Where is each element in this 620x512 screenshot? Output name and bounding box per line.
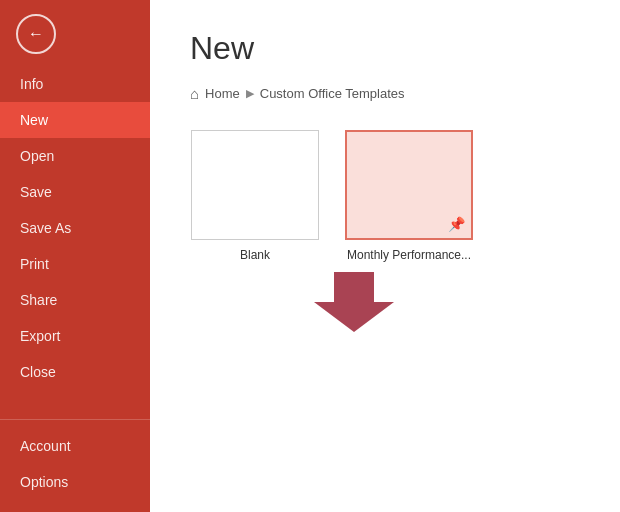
sidebar-item-new[interactable]: New (0, 102, 150, 138)
template-item-monthly[interactable]: 📌 Monthly Performance... (344, 130, 474, 262)
sidebar-item-account[interactable]: Account (0, 428, 150, 464)
template-label-monthly: Monthly Performance... (347, 248, 471, 262)
template-item-blank[interactable]: Blank (190, 130, 320, 262)
main-content: New ⌂ Home ▶ Custom Office Templates Bla… (150, 0, 620, 512)
home-icon: ⌂ (190, 85, 199, 102)
page-title: New (190, 30, 580, 67)
sidebar-item-export[interactable]: Export (0, 318, 150, 354)
pin-icon: 📌 (448, 216, 465, 232)
breadcrumb-current: Custom Office Templates (260, 86, 405, 101)
templates-grid: Blank 📌 Monthly Performance... (190, 130, 580, 262)
sidebar-item-close[interactable]: Close (0, 354, 150, 390)
breadcrumb-separator: ▶ (246, 87, 254, 100)
sidebar-nav: Info New Open Save Save As Print Share E… (0, 62, 150, 411)
breadcrumb-home-link[interactable]: Home (205, 86, 240, 101)
sidebar-item-share[interactable]: Share (0, 282, 150, 318)
back-button[interactable]: ← (16, 14, 56, 54)
template-thumbnail-blank (191, 130, 319, 240)
back-icon: ← (28, 25, 44, 43)
breadcrumb: ⌂ Home ▶ Custom Office Templates (190, 85, 580, 102)
sidebar-item-options[interactable]: Options (0, 464, 150, 500)
template-thumbnail-monthly: 📌 (345, 130, 473, 240)
template-label-blank: Blank (240, 248, 270, 262)
sidebar-item-open[interactable]: Open (0, 138, 150, 174)
sidebar-divider (0, 419, 150, 420)
sidebar: ← Info New Open Save Save As Print Share… (0, 0, 150, 512)
sidebar-item-save-as[interactable]: Save As (0, 210, 150, 246)
sidebar-bottom: Account Options (0, 411, 150, 512)
sidebar-item-print[interactable]: Print (0, 246, 150, 282)
sidebar-item-info[interactable]: Info (0, 66, 150, 102)
svg-marker-0 (314, 272, 394, 332)
sidebar-item-save[interactable]: Save (0, 174, 150, 210)
selection-arrow (314, 272, 394, 332)
